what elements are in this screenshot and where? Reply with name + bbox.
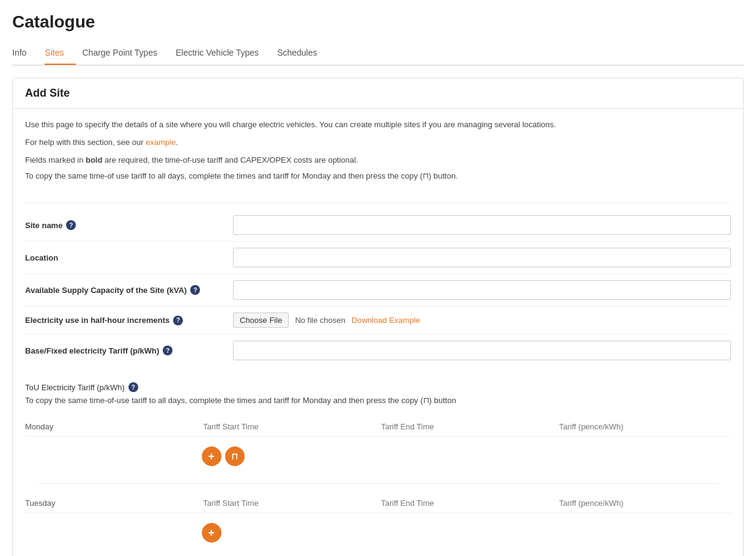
tuesday-label: Tuesday xyxy=(25,499,197,508)
choose-file-button[interactable]: Choose File xyxy=(233,313,289,328)
tuesday-add-button[interactable]: + xyxy=(202,523,221,543)
monday-copy-button[interactable]: ⊓ xyxy=(225,447,245,466)
tab-sites[interactable]: Sites xyxy=(45,42,76,65)
tab-info[interactable]: Info xyxy=(12,42,39,65)
tuesday-col3: Tariff (pence/kWh) xyxy=(559,499,731,508)
file-input-row: Choose File No file chosen Download Exam… xyxy=(233,313,731,328)
tuesday-section: Tuesday Tariff Start Time Tariff End Tim… xyxy=(25,494,731,547)
monday-col3: Tariff (pence/kWh) xyxy=(559,422,731,431)
tou-help-icon[interactable]: ? xyxy=(128,382,138,392)
tab-charge-point-types[interactable]: Charge Point Types xyxy=(82,42,169,65)
monday-col2: Tariff End Time xyxy=(381,422,553,431)
location-row: Location xyxy=(25,242,731,274)
example-link[interactable]: example xyxy=(146,138,176,147)
site-name-label: Site name ? xyxy=(25,220,233,230)
page-title: Catalogue xyxy=(12,12,744,32)
monday-section: Monday Tariff Start Time Tariff End Time… xyxy=(25,417,731,471)
description-p1: Use this page to specify the details of … xyxy=(25,119,731,132)
supply-capacity-label: Available Supply Capacity of the Site (k… xyxy=(25,285,233,295)
monday-label: Monday xyxy=(25,422,197,431)
tou-copy-note: To copy the same time-of-use tariff to a… xyxy=(25,396,731,405)
electricity-use-row: Electricity use in half-hour increments … xyxy=(25,306,731,335)
description-p3: Fields marked in bold are required, the … xyxy=(25,154,731,167)
tou-label: ToU Electricity Tariff (p/kWh) ? xyxy=(25,382,731,392)
base-tariff-row: Base/Fixed electricity Tariff (p/kWh) ? xyxy=(25,335,731,366)
tuesday-header: Tuesday Tariff Start Time Tariff End Tim… xyxy=(25,494,731,513)
card-description: Use this page to specify the details of … xyxy=(13,109,743,202)
site-name-row: Site name ? xyxy=(25,209,731,242)
monday-header: Monday Tariff Start Time Tariff End Time… xyxy=(25,417,731,437)
tou-section: ToU Electricity Tariff (p/kWh) ? To copy… xyxy=(13,373,743,547)
tab-electric-vehicle-types[interactable]: Electric Vehicle Types xyxy=(176,42,271,65)
nav-tabs: Info Sites Charge Point Types Electric V… xyxy=(12,42,744,65)
page-container: Catalogue Info Sites Charge Point Types … xyxy=(0,0,756,556)
download-example-link[interactable]: Download Example xyxy=(352,316,420,325)
supply-capacity-help-icon[interactable]: ? xyxy=(190,285,200,295)
electricity-use-help-icon[interactable]: ? xyxy=(173,316,183,325)
form-section: Site name ? Location Available Supply Ca… xyxy=(13,203,743,373)
tab-schedules[interactable]: Schedules xyxy=(277,42,329,65)
site-name-help-icon[interactable]: ? xyxy=(66,220,76,230)
tuesday-col2: Tariff End Time xyxy=(381,499,553,508)
description-p2: For help with this section, see our exam… xyxy=(25,136,731,149)
card-header: Add Site xyxy=(13,78,743,109)
top-copy-note: To copy the same time-of use tariff to a… xyxy=(25,171,731,180)
no-file-text: No file chosen xyxy=(295,316,345,325)
monday-col1: Tariff Start Time xyxy=(203,422,375,431)
location-input[interactable] xyxy=(233,248,731,267)
add-site-title: Add Site xyxy=(25,87,731,100)
supply-capacity-row: Available Supply Capacity of the Site (k… xyxy=(25,274,731,306)
base-tariff-help-icon[interactable]: ? xyxy=(163,346,172,355)
site-name-input[interactable] xyxy=(233,215,731,235)
supply-capacity-input[interactable] xyxy=(233,280,731,300)
location-label: Location xyxy=(25,253,233,262)
base-tariff-input[interactable] xyxy=(233,341,731,360)
electricity-use-label: Electricity use in half-hour increments … xyxy=(25,316,233,325)
tuesday-actions: + xyxy=(25,518,731,547)
monday-actions: + ⊓ xyxy=(25,442,731,471)
add-site-card: Add Site Use this page to specify the de… xyxy=(12,78,744,556)
divider-tuesday xyxy=(37,483,719,484)
base-tariff-label: Base/Fixed electricity Tariff (p/kWh) ? xyxy=(25,346,233,355)
tuesday-col1: Tariff Start Time xyxy=(203,499,375,508)
monday-add-button[interactable]: + xyxy=(202,447,221,466)
